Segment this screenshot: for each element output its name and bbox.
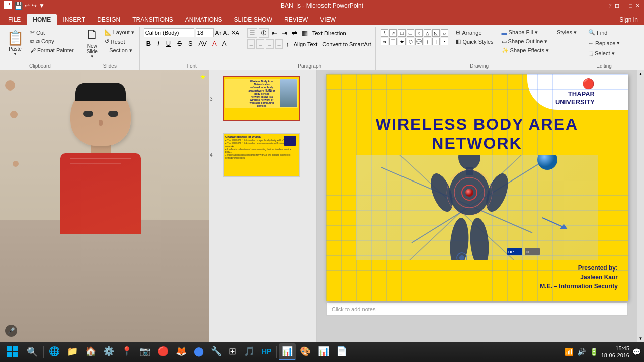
- new-slide-button[interactable]: 🗋 NewSlide ▼: [84, 28, 101, 57]
- close-btn[interactable]: ✕: [635, 3, 640, 9]
- taskbar-app-tools[interactable]: 🔧: [208, 343, 225, 360]
- font-size-input[interactable]: [196, 28, 214, 37]
- paste-dropdown[interactable]: ▼: [13, 52, 17, 56]
- align-text-btn[interactable]: Align Text: [292, 41, 319, 48]
- tab-animations[interactable]: ANIMATIONS: [179, 14, 228, 25]
- line-spacing-btn[interactable]: ↕: [284, 40, 291, 48]
- taskbar-app-music[interactable]: 🎵: [240, 343, 258, 360]
- notes-bar[interactable]: Click to add notes: [326, 303, 628, 316]
- section-button[interactable]: ≡ Section ▾: [103, 46, 136, 55]
- font-name-input[interactable]: [144, 28, 194, 37]
- decrease-indent-btn[interactable]: ⇤: [270, 29, 279, 37]
- undo-icon[interactable]: ↩: [25, 2, 30, 9]
- shape-para[interactable]: ▱: [441, 29, 448, 37]
- align-left-btn[interactable]: ≡: [247, 39, 255, 49]
- shape-line[interactable]: \: [381, 29, 388, 37]
- scroll-down-btn[interactable]: ▼: [637, 335, 645, 342]
- taskbar-app-media[interactable]: 🔴: [154, 343, 172, 360]
- tab-view[interactable]: VIEW: [314, 14, 342, 25]
- mic-indicator[interactable]: 🎤: [5, 325, 17, 337]
- numbering-btn[interactable]: ①: [259, 28, 269, 38]
- tab-file[interactable]: FILE: [2, 14, 27, 25]
- strikethrough-btn[interactable]: S: [175, 39, 184, 48]
- shape-effects-button[interactable]: ✨ Shape Effects ▾: [500, 46, 551, 55]
- shape-round-rect[interactable]: ▭: [407, 29, 414, 37]
- taskbar-app-word[interactable]: 📄: [333, 343, 350, 360]
- search-taskbar-btn[interactable]: 🔍: [23, 343, 41, 361]
- tab-signin[interactable]: Sign in: [613, 14, 644, 25]
- restore-icon[interactable]: ⊡: [615, 3, 619, 9]
- tab-review[interactable]: REVIEW: [278, 14, 314, 25]
- cut-button[interactable]: ✂ Cut: [28, 28, 76, 37]
- clear-format-btn[interactable]: ✕A: [231, 30, 239, 36]
- taskbar-app-folder[interactable]: 📁: [64, 343, 81, 360]
- save-icon[interactable]: 💾: [14, 2, 23, 10]
- taskbar-app-ie[interactable]: 🌐: [46, 343, 63, 360]
- layout-button[interactable]: 📐 Layout ▾: [103, 28, 136, 37]
- select-button[interactable]: ⬚ Select ▾: [586, 49, 617, 58]
- tab-insert[interactable]: INSERT: [57, 14, 91, 25]
- justify-btn[interactable]: ≡: [275, 39, 283, 49]
- tray-battery[interactable]: 🔋: [589, 347, 599, 357]
- new-slide-dropdown[interactable]: ▼: [90, 54, 94, 59]
- shape-fill-button[interactable]: ▬ Shape Fill ▾: [500, 28, 551, 37]
- tab-transitions[interactable]: TRANSITIONS: [126, 14, 179, 25]
- taskbar-app-cam[interactable]: 📷: [136, 343, 153, 360]
- spacing-btn[interactable]: AV: [197, 39, 209, 48]
- taskbar-app-ppt2[interactable]: 📊: [315, 343, 332, 360]
- taskbar-app-grid[interactable]: ⊞: [226, 343, 239, 360]
- find-button[interactable]: 🔍 Find: [586, 28, 609, 37]
- quick-styles-button[interactable]: ◧ Quick Styles: [454, 37, 495, 46]
- tray-clock[interactable]: 15:45 18-06-2016: [601, 345, 629, 359]
- taskbar-app-hp[interactable]: HP: [259, 343, 274, 360]
- redo-icon[interactable]: ↪: [32, 2, 37, 9]
- slide-thumb-4[interactable]: Characteristics of WBAN T ● The IEEE 802…: [223, 133, 300, 177]
- scroll-up-btn[interactable]: ▲: [637, 70, 645, 77]
- taskbar-app-maps[interactable]: 📍: [118, 343, 135, 360]
- shadow-btn[interactable]: S: [186, 39, 195, 48]
- tray-action-center[interactable]: 💬: [631, 347, 642, 357]
- taskbar-app-paint[interactable]: 🎨: [297, 343, 314, 360]
- shape-hex[interactable]: ⬡: [407, 38, 414, 45]
- rtl-btn[interactable]: ⇌: [290, 29, 299, 37]
- highlight-btn[interactable]: A: [220, 39, 229, 48]
- copy-button[interactable]: ⧉ ⧉ Copy: [28, 37, 76, 46]
- help-icon[interactable]: ?: [608, 3, 611, 9]
- tray-volume[interactable]: 🔊: [576, 347, 587, 357]
- shape-arrow[interactable]: ↗: [389, 29, 397, 37]
- tab-design[interactable]: DESIGN: [91, 14, 126, 25]
- minimize-btn[interactable]: ─: [622, 3, 626, 9]
- font-color-btn[interactable]: A: [210, 39, 219, 48]
- format-painter-button[interactable]: 🖌 Format Painter: [28, 46, 76, 54]
- taskbar-app-settings[interactable]: ⚙️: [100, 343, 117, 360]
- customize-icon[interactable]: ▼: [39, 2, 45, 9]
- italic-btn[interactable]: I: [155, 39, 162, 48]
- text-direction-btn[interactable]: Text Direction: [311, 30, 348, 37]
- shape-star[interactable]: ★: [398, 38, 406, 45]
- slide-title[interactable]: WIRELESS BODY AREA NETWORK: [326, 115, 628, 153]
- main-slide-canvas[interactable]: 🔴 THAPAR UNIVERSITY WIRELESS BODY AREA N…: [326, 74, 628, 301]
- reset-button[interactable]: ↺ Reset: [103, 37, 136, 46]
- underline-btn[interactable]: U: [164, 39, 173, 48]
- convert-smartart-btn[interactable]: Convert to SmartArt: [320, 41, 372, 48]
- taskbar-app-ppt[interactable]: 📊: [279, 343, 296, 360]
- slide-thumb-3[interactable]: Wireless Body AreaNetwork alsoreferred t…: [223, 76, 300, 121]
- maximize-btn[interactable]: □: [629, 3, 632, 9]
- shape-rgt-tri[interactable]: ◺: [432, 29, 440, 37]
- align-center-btn[interactable]: ≡: [256, 39, 264, 49]
- shape-more[interactable]: ⋯: [441, 38, 448, 45]
- columns-btn[interactable]: ▦: [300, 29, 309, 37]
- shape-rect[interactable]: □: [398, 29, 406, 37]
- increase-font-btn[interactable]: A↑: [215, 30, 222, 36]
- shape-curved[interactable]: ⌒: [389, 38, 397, 45]
- bold-btn[interactable]: B: [144, 39, 153, 48]
- replace-button[interactable]: ↔ Replace ▾: [586, 39, 622, 47]
- start-button[interactable]: [2, 343, 22, 361]
- replace-dropdown[interactable]: ▾: [617, 40, 620, 46]
- shape-arrow2[interactable]: ⇒: [381, 38, 388, 45]
- taskbar-app-chrome[interactable]: ⬤: [191, 343, 207, 360]
- shape-oval[interactable]: ○: [415, 29, 423, 37]
- taskbar-app-firefox[interactable]: 🦊: [173, 343, 190, 360]
- tab-home[interactable]: HOME: [27, 14, 57, 25]
- shape-outline-button[interactable]: ▭ Shape Outline ▾: [500, 37, 551, 46]
